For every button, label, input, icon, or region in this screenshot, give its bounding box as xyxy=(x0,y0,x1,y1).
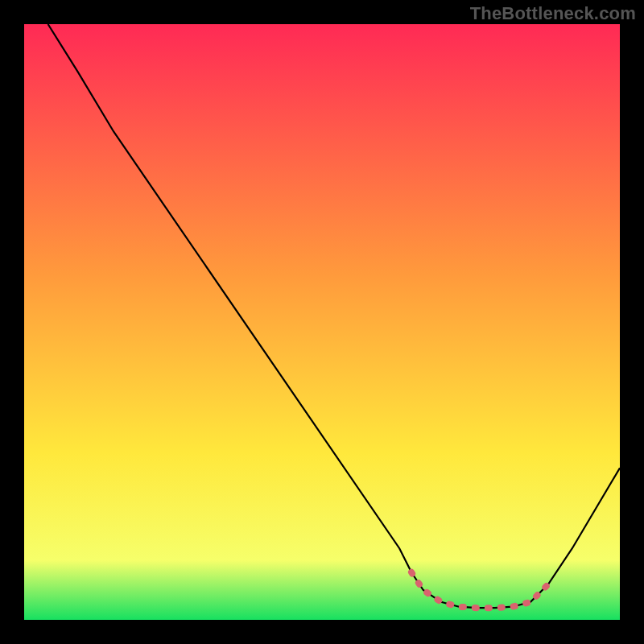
plot-area xyxy=(24,24,620,620)
watermark-text: TheBottleneck.com xyxy=(470,3,636,24)
gradient-background xyxy=(24,24,620,620)
chart-frame: TheBottleneck.com xyxy=(0,0,644,644)
chart-svg xyxy=(24,24,620,620)
